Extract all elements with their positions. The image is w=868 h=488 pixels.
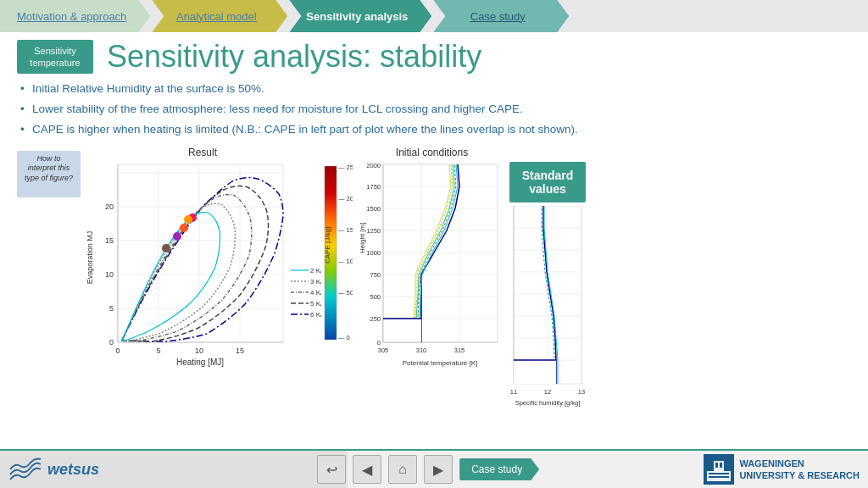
svg-text:— 2000: — 2000 — [338, 195, 353, 202]
nav-label-analytical: Analytical model — [176, 10, 257, 23]
svg-text:6 K/km: 6 K/km — [310, 311, 321, 319]
svg-rect-95 — [709, 476, 729, 478]
bottom-right: WAGENINGENUNIVERSITY & RESEARCH — [704, 454, 868, 485]
badge-line2: temperature — [30, 58, 80, 68]
svg-text:5 K/km: 5 K/km — [310, 300, 321, 308]
svg-rect-45 — [383, 164, 498, 342]
nav-label-sensitivity: Sensitivity analysis — [306, 10, 408, 23]
svg-text:1500: 1500 — [366, 205, 381, 213]
svg-text:Specific humidity [g/kg]: Specific humidity [g/kg] — [515, 399, 581, 407]
result-chart-svg: 0 5 10 15 20 0 5 10 15 Evaporation MJ He… — [84, 160, 321, 380]
initial-conditions-title: Initial conditions — [358, 147, 506, 158]
bottom-left: wetsus — [0, 456, 153, 483]
svg-text:4 K/km: 4 K/km — [310, 289, 321, 297]
bullet-3: CAPE is higher when heating is limited (… — [17, 122, 851, 138]
svg-text:1250: 1250 — [366, 227, 381, 235]
svg-text:15: 15 — [236, 347, 244, 355]
svg-point-11 — [173, 232, 181, 241]
svg-text:1750: 1750 — [366, 183, 381, 191]
interpret-box[interactable]: How to interpret this type of figure? — [17, 151, 81, 197]
svg-point-12 — [180, 224, 188, 232]
badge-line1: Sensitivity — [34, 46, 76, 56]
svg-text:310: 310 — [416, 347, 427, 354]
svg-text:1000: 1000 — [366, 249, 381, 257]
nav-next-icon[interactable]: ▶ — [424, 455, 453, 484]
svg-text:305: 305 — [378, 347, 389, 354]
nav-item-analytical[interactable]: Analytical model — [152, 0, 287, 32]
svg-text:12: 12 — [544, 388, 551, 396]
svg-text:0: 0 — [377, 339, 381, 347]
wetsus-text: wetsus — [47, 461, 99, 479]
svg-text:0: 0 — [115, 347, 120, 355]
svg-rect-94 — [709, 473, 729, 474]
initial-conditions-svg: 0 250 500 750 1000 1250 1500 1750 2000 3… — [358, 160, 506, 380]
bottom-bar: wetsus ↩ ◀ ⌂ ▶ Case study WAGENINGENUNIV… — [0, 449, 868, 488]
charts-area: How to interpret this type of figure? Re… — [17, 147, 851, 411]
bullet-1: Initial Relative Humidity at the surface… — [17, 81, 851, 97]
svg-text:— 0: — 0 — [338, 334, 350, 341]
bullet-list: Initial Relative Humidity at the surface… — [17, 81, 851, 138]
svg-text:20: 20 — [105, 202, 114, 211]
svg-text:250: 250 — [370, 315, 381, 323]
nav-back-icon[interactable]: ↩ — [317, 455, 346, 484]
wageningen-icon — [704, 454, 734, 485]
svg-rect-59 — [383, 319, 421, 342]
svg-text:— 1500: — 1500 — [338, 226, 353, 234]
bullet-2: Lower stability of the free atmosphere: … — [17, 102, 851, 118]
svg-rect-0 — [118, 164, 283, 342]
standard-values-box: Standardvalues — [509, 162, 586, 202]
wageningen-text: WAGENINGENUNIVERSITY & RESEARCH — [739, 458, 860, 482]
bottom-center-nav: ↩ ◀ ⌂ ▶ Case study — [153, 455, 704, 484]
svg-text:13: 13 — [578, 388, 585, 396]
svg-text:CAPE [J/kg]: CAPE [J/kg] — [324, 227, 331, 263]
main-content: Sensitivity temperature Sensitivity anal… — [0, 32, 868, 414]
initial-conditions-chart: Initial conditions — [358, 147, 586, 411]
svg-rect-97 — [715, 463, 718, 468]
svg-rect-86 — [514, 360, 556, 384]
svg-text:500: 500 — [370, 293, 381, 301]
title-row: Sensitivity temperature Sensitivity anal… — [17, 39, 851, 75]
specific-humidity-svg: 11 12 13 Specific humidity [g/kg] — [509, 206, 586, 411]
nav-label-motivation: Motivation & approach — [17, 10, 126, 23]
svg-text:2000: 2000 — [366, 162, 381, 169]
nav-label-case-study: Case study — [470, 10, 526, 23]
nav-item-motivation[interactable]: Motivation & approach — [0, 0, 150, 32]
svg-text:10: 10 — [105, 270, 114, 279]
nav-item-sensitivity[interactable]: Sensitivity analysis — [289, 0, 431, 32]
wageningen-logo: WAGENINGENUNIVERSITY & RESEARCH — [704, 454, 860, 485]
svg-text:750: 750 — [370, 271, 381, 279]
nav-item-case-study[interactable]: Case study — [433, 0, 569, 32]
svg-text:3 K/km: 3 K/km — [310, 278, 321, 286]
svg-text:Height [m]: Height [m] — [359, 222, 366, 252]
colorbar: — 2500 — 2000 — 1500 — 1000 — 500 — 0 CA… — [323, 162, 353, 352]
svg-text:— 2500: — 2500 — [338, 164, 353, 171]
svg-text:315: 315 — [454, 347, 465, 354]
svg-text:Potential temperature [K]: Potential temperature [K] — [403, 359, 478, 367]
result-chart-title: Result — [84, 147, 321, 158]
svg-text:— 500: — 500 — [338, 289, 353, 297]
svg-text:Evaporation MJ: Evaporation MJ — [86, 230, 94, 284]
svg-text:15: 15 — [105, 236, 114, 245]
nav-prev-icon[interactable]: ◀ — [353, 455, 381, 484]
svg-text:11: 11 — [510, 388, 517, 396]
svg-point-14 — [184, 215, 192, 224]
svg-text:0: 0 — [109, 338, 114, 347]
nav-home-icon[interactable]: ⌂ — [388, 455, 417, 484]
result-chart: Result — [84, 147, 321, 380]
svg-text:— 1000: — 1000 — [338, 258, 353, 265]
wetsus-logo: wetsus — [8, 456, 99, 483]
svg-point-15 — [162, 244, 170, 252]
svg-text:5: 5 — [156, 347, 160, 355]
interpret-text: How to interpret this type of figure? — [25, 154, 73, 182]
svg-rect-98 — [720, 463, 722, 468]
slide-title: Sensitivity analysis: stability — [107, 39, 481, 75]
svg-text:10: 10 — [195, 347, 203, 355]
colorbar-svg: — 2500 — 2000 — 1500 — 1000 — 500 — 0 CA… — [323, 162, 353, 348]
wetsus-waves-icon — [8, 456, 42, 483]
case-study-button[interactable]: Case study — [459, 458, 539, 480]
standard-values-label: Standardvalues — [522, 169, 574, 196]
svg-rect-96 — [714, 461, 724, 473]
svg-text:Heating [MJ]: Heating [MJ] — [176, 358, 224, 367]
sensitivity-badge: Sensitivity temperature — [17, 40, 93, 75]
navigation-bar: Motivation & approach Analytical model S… — [0, 0, 868, 32]
